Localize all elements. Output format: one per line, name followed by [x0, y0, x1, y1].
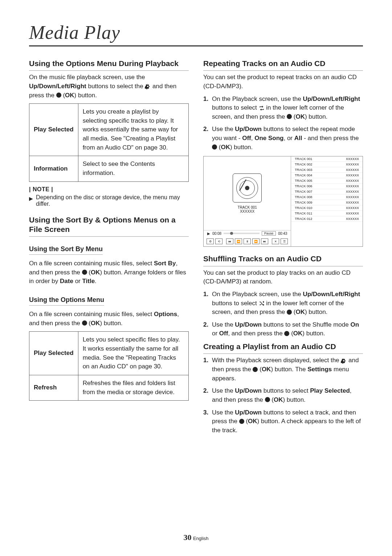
track-row[interactable]: TRACK 012XXXXXX: [291, 216, 363, 222]
options-table-2: Play Selected Lets you select specific f…: [29, 331, 189, 401]
enter-icon: [284, 331, 289, 336]
track-row[interactable]: TRACK 011XXXXXX: [291, 211, 363, 216]
cell-desc: Lets you create a playlist by selecting …: [78, 104, 188, 156]
options-table-1: Play Selected Lets you create a playlist…: [29, 103, 189, 181]
table-row: Play Selected Lets you select specific f…: [29, 332, 189, 375]
mode-label: Pause: [262, 231, 276, 236]
list-item: 1. On the Playback screen, use the Up/Do…: [203, 95, 363, 122]
list-button[interactable]: ☰: [281, 238, 288, 244]
ordered-list-repeat: 1. On the Playback screen, use the Up/Do…: [203, 95, 363, 152]
page-number: 30: [183, 533, 191, 542]
paragraph: You can set the product to repeat tracks…: [203, 73, 363, 91]
repeat-button[interactable]: ⟲: [215, 238, 222, 244]
table-row: Refresh Refreshes the files and folders …: [29, 375, 189, 400]
time-total: 00:43: [278, 232, 287, 236]
enter-icon: [265, 397, 270, 402]
table-row: Play Selected Lets you create a playlist…: [29, 104, 189, 156]
heading-creating-playlist: Creating a Playlist from an Audio CD: [203, 342, 363, 354]
disc-icon: [233, 173, 262, 203]
paragraph: On a file screen containing music files,…: [29, 259, 189, 286]
ordered-list-playlist: 1. With the Playback screen displayed, s…: [203, 356, 363, 435]
cell-desc: Lets you select specific files to play. …: [78, 332, 188, 375]
enter-icon: [287, 310, 292, 315]
control-row: ⚙ ⟲ ⏮ ⏪ ⏸ ⏩ ⏭ ✕ ☰: [204, 236, 291, 246]
ordered-list-shuffle: 1. On the Playback screen, use the Up/Do…: [203, 290, 363, 338]
player-screenshot: TRACK 001 XXXXXX ▶ 00:08 Pause 00:43 ⚙ ⟲: [203, 156, 363, 247]
gear-icon: [341, 357, 347, 363]
left-column: Using the Options Menu During Playback O…: [29, 57, 189, 438]
table-row: Information Select to see the Contents i…: [29, 156, 189, 181]
cell-label: Play Selected: [29, 104, 78, 156]
shuffle-button[interactable]: ✕: [272, 238, 279, 244]
heading-shuffling-tracks: Shuffling Tracks on an Audio CD: [203, 254, 363, 266]
page-title: Media Play: [29, 22, 363, 46]
player-left-pane: TRACK 001 XXXXXX ▶ 00:08 Pause 00:43 ⚙ ⟲: [204, 156, 291, 246]
paragraph: On the music file playback screen, use t…: [29, 73, 189, 100]
next-button[interactable]: ⏭: [261, 238, 268, 244]
track-row[interactable]: TRACK 003XXXXXX: [291, 167, 363, 173]
time-elapsed: 00:08: [212, 232, 221, 236]
album-art-area: TRACK 001 XXXXXX: [204, 156, 291, 230]
play-icon: ▶: [207, 232, 210, 236]
track-row[interactable]: TRACK 004XXXXXX: [291, 173, 363, 178]
enter-icon: [82, 270, 87, 275]
track-row[interactable]: TRACK 005XXXXXX: [291, 178, 363, 184]
cell-label: Refresh: [29, 375, 78, 400]
cell-desc: Select to see the Contents information.: [78, 156, 188, 181]
page-language: English: [193, 536, 209, 541]
columns: Using the Options Menu During Playback O…: [29, 57, 363, 438]
subheading-sort-by: Using the Sort By Menu: [29, 245, 103, 255]
bullet-icon: ▶: [29, 194, 33, 207]
cell-desc: Refreshes the files and folders list fro…: [78, 375, 188, 400]
paragraph: On a file screen containing music files,…: [29, 310, 189, 328]
track-row[interactable]: TRACK 006XXXXXX: [291, 184, 363, 189]
cell-label: Information: [29, 156, 78, 181]
paragraph: You can set the product to play tracks o…: [203, 269, 363, 286]
gear-icon: [145, 83, 151, 89]
enter-icon: [212, 144, 217, 150]
cell-label: Play Selected: [29, 332, 78, 375]
subheading-options-menu: Using the Options Menu: [29, 296, 104, 306]
note-body: ▶ Depending on the disc or storage devic…: [29, 194, 189, 207]
prev-button[interactable]: ⏮: [226, 238, 233, 244]
forward-button[interactable]: ⏩: [252, 238, 260, 244]
heading-options-during-playback: Using the Options Menu During Playback: [29, 59, 189, 71]
page: Media Play Using the Options Menu During…: [0, 0, 392, 556]
track-row[interactable]: TRACK 007XXXXXX: [291, 189, 363, 195]
track-row[interactable]: TRACK 001XXXXXX: [291, 156, 363, 162]
progress-bar[interactable]: [224, 233, 260, 234]
right-column: Repeating Tracks on an Audio CD You can …: [203, 57, 363, 438]
track-list[interactable]: TRACK 001XXXXXXTRACK 002XXXXXXTRACK 003X…: [291, 156, 363, 246]
track-row[interactable]: TRACK 010XXXXXX: [291, 205, 363, 211]
heading-repeating-tracks: Repeating Tracks on an Audio CD: [203, 59, 363, 71]
page-footer: 30 English: [0, 533, 392, 542]
list-item: 1. With the Playback screen displayed, s…: [203, 356, 363, 383]
enter-icon: [56, 93, 61, 98]
list-item: 3. Use the Up/Down buttons to select a t…: [203, 408, 363, 435]
progress-row: ▶ 00:08 Pause 00:43: [204, 230, 291, 236]
track-row[interactable]: TRACK 002XXXXXX: [291, 162, 363, 167]
rewind-button[interactable]: ⏪: [235, 238, 242, 244]
current-track: TRACK 001 XXXXXX: [237, 205, 257, 213]
list-item: 1. On the Playback screen, use the Up/Do…: [203, 290, 363, 317]
enter-icon: [287, 114, 292, 119]
enter-icon: [239, 419, 244, 424]
note-label: | NOTE |: [29, 186, 189, 193]
list-item: 2. Use the Up/Down buttons to select Pla…: [203, 387, 363, 404]
heading-sort-options-menus: Using the Sort By & Options Menus on a F…: [29, 215, 189, 237]
enter-icon: [253, 367, 258, 372]
settings-button[interactable]: ⚙: [207, 238, 214, 244]
track-row[interactable]: TRACK 008XXXXXX: [291, 195, 363, 200]
list-item: 2. Use the Up/Down buttons to set the Sh…: [203, 320, 363, 338]
enter-icon: [82, 320, 87, 326]
track-row[interactable]: TRACK 009XXXXXX: [291, 200, 363, 205]
pause-button[interactable]: ⏸: [244, 238, 251, 244]
repeat-icon: [259, 105, 265, 111]
shuffle-icon: [259, 300, 265, 306]
list-item: 2. Use the Up/Down buttons to select the…: [203, 125, 363, 152]
